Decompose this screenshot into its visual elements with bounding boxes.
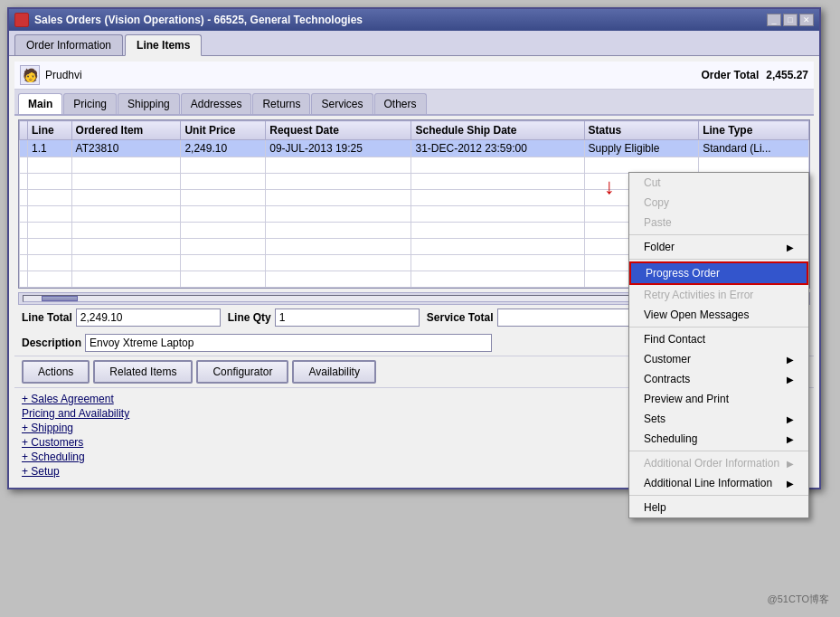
row-indicator: [20, 140, 28, 157]
ctx-cut[interactable]: Cut: [629, 173, 808, 193]
submenu-arrow: ▶: [787, 434, 794, 444]
configurator-button[interactable]: Configurator: [196, 360, 288, 384]
cell-unit-price: 2,249.10: [181, 140, 266, 157]
submenu-arrow: ▶: [787, 242, 794, 252]
inner-tabs-bar: Main Pricing Shipping Addresses Returns …: [14, 90, 814, 116]
service-total-group: Service Total: [427, 308, 642, 327]
cell-schedule-ship-date: 31-DEC-2012 23:59:00: [411, 140, 584, 157]
context-menu: Cut Copy Paste Folder ▶ Progress Order R…: [628, 172, 809, 518]
ctx-separator: [629, 495, 808, 496]
line-total-input[interactable]: [76, 308, 221, 327]
tab-returns[interactable]: Returns: [252, 93, 310, 114]
ctx-additional-line-info[interactable]: Additional Line Information ▶: [629, 473, 808, 493]
cell-status: Supply Eligible: [584, 140, 699, 157]
col-ordered-item[interactable]: Ordered Item: [71, 121, 181, 140]
ctx-progress-order[interactable]: Progress Order: [629, 261, 808, 285]
window-title: Sales Orders (Vision Operations) - 66525…: [34, 14, 363, 26]
line-qty-group: Line Qty: [228, 308, 420, 327]
line-total-group: Line Total: [22, 308, 221, 327]
availability-button[interactable]: Availability: [292, 360, 375, 384]
ctx-preview-print[interactable]: Preview and Print: [629, 389, 808, 409]
tab-main[interactable]: Main: [18, 93, 62, 114]
description-group: Description: [22, 334, 492, 352]
cell-line: 1.1: [28, 140, 72, 157]
order-total-section: Order Total 2,455.27: [701, 69, 808, 81]
maximize-button[interactable]: □: [783, 14, 798, 26]
sales-agreement-link[interactable]: + Sales Agreement: [22, 393, 114, 405]
line-qty-input[interactable]: [275, 308, 420, 327]
col-line-type[interactable]: Line Type: [699, 121, 809, 140]
line-qty-label: Line Qty: [228, 311, 271, 324]
ctx-contracts[interactable]: Contracts ▶: [629, 369, 808, 389]
col-indicator: [20, 121, 28, 140]
table-row[interactable]: 1.1 AT23810 2,249.10 09-JUL-2013 19:25 3…: [20, 140, 809, 157]
submenu-arrow: ▶: [787, 479, 794, 489]
tab-order-information[interactable]: Order Information: [14, 34, 123, 55]
pricing-availability-link[interactable]: Pricing and Availability: [22, 407, 129, 420]
tab-line-items[interactable]: Line Items: [125, 34, 202, 56]
related-items-button[interactable]: Related Items: [93, 360, 193, 384]
col-schedule-ship-date[interactable]: Schedule Ship Date: [411, 121, 584, 140]
cell-ordered-item: AT23810: [71, 140, 181, 157]
scheduling-link[interactable]: + Scheduling: [22, 451, 85, 463]
ctx-help[interactable]: Help: [629, 498, 808, 517]
customers-link[interactable]: + Customers: [22, 436, 83, 449]
app-icon: [14, 13, 29, 27]
ctx-separator: [629, 327, 808, 327]
window-controls: _ □ ✕: [767, 14, 814, 26]
shipping-link[interactable]: + Shipping: [22, 422, 73, 434]
table-row: [20, 157, 809, 174]
user-icon: 🧑: [20, 65, 40, 85]
watermark: @51CTO博客: [768, 593, 829, 606]
ctx-folder[interactable]: Folder ▶: [629, 237, 808, 257]
username: Prudhvi: [45, 69, 82, 81]
description-label: Description: [22, 337, 81, 349]
col-status[interactable]: Status: [584, 121, 699, 140]
ctx-view-open-messages[interactable]: View Open Messages: [629, 305, 808, 325]
submenu-arrow: ▶: [787, 375, 794, 384]
title-bar: Sales Orders (Vision Operations) - 66525…: [9, 9, 819, 31]
ctx-copy[interactable]: Copy: [629, 193, 808, 213]
ctx-separator: [629, 234, 808, 235]
line-total-label: Line Total: [22, 311, 72, 324]
submenu-arrow: ▶: [787, 355, 794, 365]
actions-button[interactable]: Actions: [22, 360, 90, 384]
tab-services[interactable]: Services: [311, 93, 373, 114]
order-total-label: Order Total: [701, 69, 759, 81]
cell-line-type: Standard (Li...: [699, 140, 809, 157]
ctx-paste[interactable]: Paste: [629, 213, 808, 233]
ctx-separator: [629, 451, 808, 451]
arrow-indicator: ↓: [604, 174, 615, 199]
col-request-date[interactable]: Request Date: [266, 121, 411, 140]
main-tabs: Order Information Line Items: [9, 31, 819, 56]
ctx-scheduling[interactable]: Scheduling ▶: [629, 429, 808, 449]
setup-link[interactable]: + Setup: [22, 465, 60, 478]
ctx-find-contact[interactable]: Find Contact: [629, 329, 808, 349]
ctx-sets[interactable]: Sets ▶: [629, 409, 808, 429]
ctx-retry-activities[interactable]: Retry Activities in Error: [629, 285, 808, 305]
scrollbar-thumb[interactable]: [42, 296, 78, 301]
order-total-value: 2,455.27: [766, 69, 808, 81]
submenu-arrow: ▶: [787, 459, 794, 469]
tab-shipping[interactable]: Shipping: [118, 93, 180, 114]
col-unit-price[interactable]: Unit Price: [181, 121, 266, 140]
col-line[interactable]: Line: [28, 121, 72, 140]
service-total-label: Service Total: [427, 311, 494, 324]
minimize-button[interactable]: _: [767, 14, 781, 26]
tab-addresses[interactable]: Addresses: [181, 93, 252, 114]
close-button[interactable]: ✕: [799, 14, 814, 26]
user-row: 🧑 Prudhvi Order Total 2,455.27: [14, 62, 814, 90]
ctx-customer[interactable]: Customer ▶: [629, 349, 808, 369]
submenu-arrow: ▶: [787, 414, 794, 424]
tab-pricing[interactable]: Pricing: [63, 93, 117, 114]
service-total-input[interactable]: [497, 308, 642, 327]
ctx-additional-order-info[interactable]: Additional Order Information ▶: [629, 453, 808, 473]
cell-request-date: 09-JUL-2013 19:25: [266, 140, 411, 157]
ctx-separator: [629, 259, 808, 260]
tab-others[interactable]: Others: [374, 93, 427, 114]
description-input[interactable]: [85, 334, 492, 352]
